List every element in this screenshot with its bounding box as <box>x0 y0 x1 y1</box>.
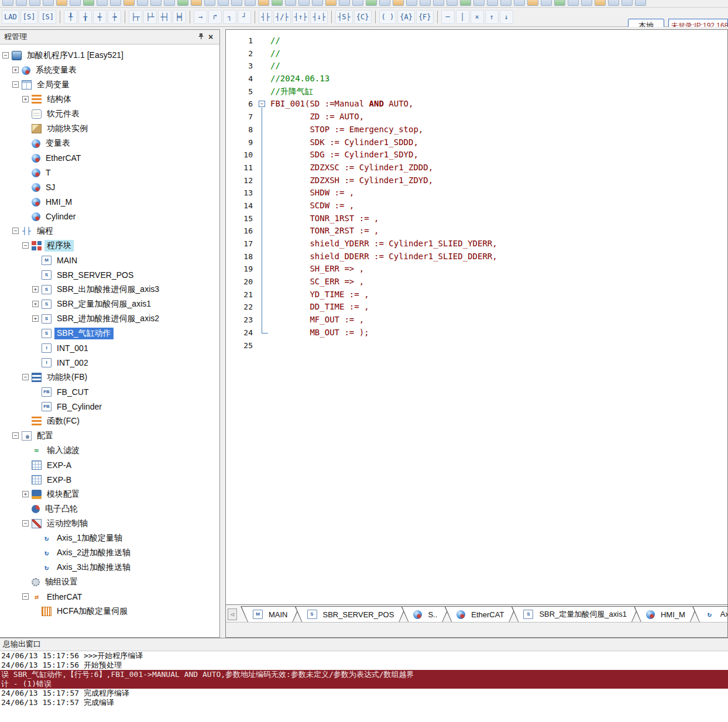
expander-icon[interactable]: − <box>12 81 19 88</box>
toolbar-icon[interactable] <box>514 0 525 6</box>
code-line[interactable]: 16 TONR_2RST := , <box>226 225 727 238</box>
toolbar-icon[interactable]: ┤S├ <box>335 10 353 24</box>
code-line[interactable]: 3// <box>226 60 727 73</box>
doc-tab[interactable]: S.. <box>401 606 449 622</box>
code-line[interactable]: 1// <box>226 35 727 47</box>
toolbar-icon[interactable] <box>406 0 417 6</box>
tree-item[interactable]: 软元件表 <box>0 106 219 121</box>
tree-item[interactable]: SJ <box>0 180 219 194</box>
toolbar-icon[interactable] <box>150 0 162 6</box>
tree-item[interactable]: FBFB_CUT <box>0 384 219 399</box>
toolbar-icon[interactable]: ↑ <box>485 10 499 24</box>
toolbar-icon[interactable] <box>70 0 81 6</box>
toolbar-icon[interactable] <box>447 0 458 6</box>
code-area[interactable]: 1//2//3//4//2024.06.135//升降气缸6−FBI_001(S… <box>226 30 727 604</box>
code-line[interactable]: 13 SHDW := , <box>226 187 727 200</box>
toolbar-icon[interactable]: ↱ <box>208 10 222 24</box>
toolbar-icon[interactable] <box>285 0 296 6</box>
expander-icon[interactable]: + <box>12 67 19 73</box>
toolbar-icon[interactable] <box>433 0 444 6</box>
toolbar-icon[interactable] <box>635 0 646 6</box>
toolbar-icon[interactable] <box>500 0 511 6</box>
tree-item[interactable]: −运动控制轴 <box>0 516 219 531</box>
expander-icon[interactable]: + <box>32 286 39 293</box>
toolbar-icon[interactable] <box>231 0 242 6</box>
tree-item[interactable]: MMAIN <box>0 253 219 267</box>
toolbar-icon[interactable] <box>56 0 67 6</box>
toolbar-icon[interactable] <box>366 0 377 6</box>
tree-item[interactable]: −功能块(FB) <box>0 370 219 384</box>
toolbar-icon[interactable] <box>258 0 269 6</box>
toolbar-icon[interactable] <box>393 0 404 6</box>
expander-icon[interactable]: + <box>32 301 39 307</box>
toolbar-icon[interactable]: {C} <box>354 10 372 24</box>
toolbar-icon[interactable]: ┘ <box>238 10 251 24</box>
code-line[interactable]: 17 shield_YDERR := Cylinder1_SLIED_YDERR… <box>226 238 727 250</box>
tree-item[interactable]: T <box>0 165 219 180</box>
doc-tab[interactable]: SSBR_定量加酸伺服_axis1 <box>511 606 639 622</box>
toolbar-icon[interactable]: ╁ <box>78 10 92 24</box>
toolbar-icon[interactable]: {A} <box>397 10 415 24</box>
toolbar-icon[interactable] <box>43 0 54 6</box>
code-line[interactable]: 23 MF_OUT := , <box>226 314 727 326</box>
toolbar-icon[interactable]: ( ) <box>379 10 397 24</box>
tree-item[interactable]: +SSBR_进加酸推进伺服_axis2 <box>0 311 219 326</box>
tree-item[interactable]: SSBR_SERVER_POS <box>0 267 219 282</box>
expander-icon[interactable]: − <box>12 432 19 439</box>
toolbar-icon[interactable]: ┤├ <box>259 10 272 24</box>
code-line[interactable]: 4//2024.06.13 <box>226 73 727 85</box>
tree-item[interactable]: +模块配置 <box>0 487 219 501</box>
code-line[interactable]: 14 SCDW := , <box>226 200 727 212</box>
tree-item[interactable]: −全局变量 <box>0 77 219 92</box>
toolbar-icon[interactable]: ↓ <box>500 10 513 24</box>
tree-item[interactable]: 变量表 <box>0 136 219 150</box>
tree-item[interactable]: IINT_001 <box>0 341 219 355</box>
toolbar-icon[interactable]: ╀ <box>64 10 77 24</box>
tree-item[interactable]: 功能块实例 <box>0 121 219 136</box>
toolbar-icon[interactable] <box>16 0 27 6</box>
output-message[interactable]: 24/06/13 15:17:56 >>>开始程序编译 <box>0 651 728 661</box>
code-line[interactable]: 24 MB_OUT := ); <box>226 326 727 339</box>
toolbar-icon[interactable] <box>420 0 431 6</box>
toolbar-icon[interactable] <box>621 0 633 6</box>
toolbar-icon[interactable] <box>487 0 498 6</box>
tree-item[interactable]: +系统变量表 <box>0 63 219 77</box>
toolbar-icon[interactable] <box>137 0 148 6</box>
toolbar-icon[interactable] <box>379 0 390 6</box>
code-line[interactable]: 11 ZDZXSC := Cylinder1_ZDDD, <box>226 161 727 174</box>
code-line[interactable]: 2// <box>226 47 727 60</box>
tree-item[interactable]: +SSBR_定量加酸伺服_axis1 <box>0 297 219 311</box>
code-line[interactable]: 18 shield_DDERR := Cylinder1_SLIED_DDERR… <box>226 250 727 263</box>
doc-tab[interactable]: HMI_M <box>634 606 698 622</box>
expander-icon[interactable]: − <box>22 593 29 600</box>
toolbar-icon[interactable]: ┽ <box>93 10 107 24</box>
pin-icon[interactable] <box>197 33 206 42</box>
expander-icon[interactable]: − <box>22 374 29 380</box>
toolbar-icon[interactable] <box>177 0 188 6</box>
toolbar-icon[interactable] <box>83 0 94 6</box>
toolbar-icon[interactable] <box>97 0 108 6</box>
toolbar-icon[interactable] <box>581 0 592 6</box>
toolbar-icon[interactable] <box>110 0 121 6</box>
code-line[interactable]: 6−FBI_001(SD :=Manual AND AUTO, <box>226 98 727 111</box>
toolbar-icon[interactable] <box>298 0 310 6</box>
doc-tab[interactable]: MMAIN <box>241 606 300 622</box>
code-line[interactable]: 7 ZD := AUTO, <box>226 111 727 123</box>
code-line[interactable]: 25 <box>226 339 727 352</box>
code-line[interactable]: 10 SDG := Cylinder1_SDYD, <box>226 149 727 161</box>
toolbar-icon[interactable]: [S] <box>20 10 38 24</box>
tree-item[interactable]: HMI_M <box>0 194 219 209</box>
code-line[interactable]: 20 SC_ERR => , <box>226 276 727 288</box>
toolbar-icon[interactable]: ┤↑├ <box>292 10 310 24</box>
output-message[interactable]: 误 SBR_气缸动作,【行号:6】,FBI_001->MANUAL AND AU… <box>0 670 728 679</box>
toolbar-icon[interactable] <box>473 0 485 6</box>
code-line[interactable]: 21 YD_TIME := , <box>226 288 727 301</box>
output-message[interactable]: 24/06/13 15:17:57 完成程序编译 <box>0 689 728 698</box>
toolbar-icon[interactable]: ┤/├ <box>273 10 291 24</box>
toolbar-icon[interactable]: LAD <box>2 10 19 24</box>
toolbar-icon[interactable] <box>595 0 606 6</box>
expander-icon[interactable]: + <box>22 96 29 102</box>
expander-icon[interactable]: + <box>32 315 39 322</box>
output-message[interactable]: 24/06/13 15:17:56 开始预处理 <box>0 661 728 670</box>
tree-item[interactable]: +SSBR_出加酸推进伺服_axis3 <box>0 282 219 297</box>
